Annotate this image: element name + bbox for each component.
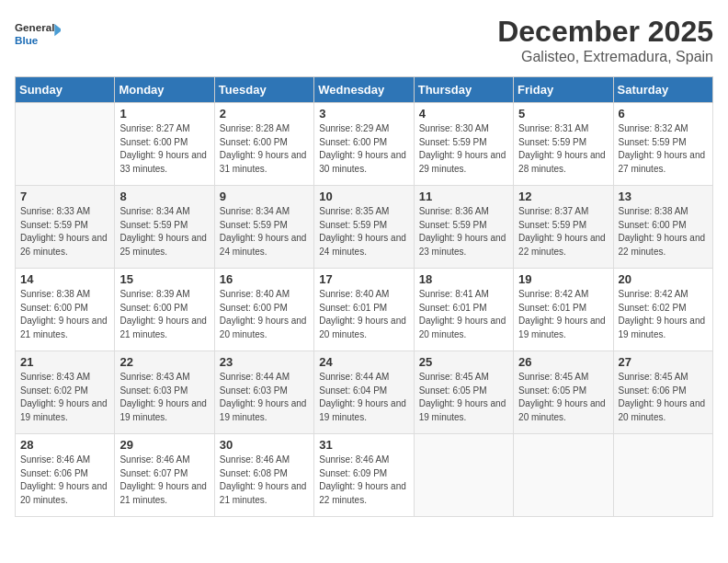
day-info: Sunrise: 8:43 AM Sunset: 6:03 PM Dayligh… — [119, 371, 209, 424]
calendar-cell: 27 Sunrise: 8:45 AM Sunset: 6:06 PM Dayl… — [613, 351, 712, 434]
day-number: 24 — [319, 355, 408, 369]
title-area: December 2025 Galisteo, Extremadura, Spa… — [497, 15, 713, 65]
day-number: 9 — [220, 190, 309, 203]
logo: General Blue — [15, 15, 61, 52]
day-info: Sunrise: 8:43 AM Sunset: 6:02 PM Dayligh… — [20, 371, 109, 424]
month-title: December 2025 — [497, 15, 713, 49]
day-number: 5 — [518, 107, 608, 121]
calendar-cell — [514, 434, 613, 517]
week-row-2: 7 Sunrise: 8:33 AM Sunset: 5:59 PM Dayli… — [16, 186, 713, 269]
day-info: Sunrise: 8:39 AM Sunset: 6:00 PM Dayligh… — [119, 288, 209, 341]
day-info: Sunrise: 8:29 AM Sunset: 6:00 PM Dayligh… — [319, 122, 408, 176]
day-number: 16 — [220, 272, 309, 286]
day-number: 20 — [619, 272, 708, 286]
weekday-header-row: SundayMondayTuesdayWednesdayThursdayFrid… — [16, 77, 713, 103]
weekday-header-friday: Friday — [514, 77, 613, 103]
day-number: 29 — [119, 438, 209, 452]
day-number: 21 — [20, 355, 109, 369]
weekday-header-tuesday: Tuesday — [214, 77, 313, 103]
day-number: 10 — [319, 190, 408, 203]
week-row-1: 1 Sunrise: 8:27 AM Sunset: 6:00 PM Dayli… — [16, 103, 713, 186]
calendar-cell: 28 Sunrise: 8:46 AM Sunset: 6:06 PM Dayl… — [16, 434, 115, 517]
calendar-cell: 12 Sunrise: 8:37 AM Sunset: 5:59 PM Dayl… — [514, 186, 613, 269]
day-info: Sunrise: 8:45 AM Sunset: 6:06 PM Dayligh… — [619, 371, 708, 424]
calendar-cell: 3 Sunrise: 8:29 AM Sunset: 6:00 PM Dayli… — [314, 103, 414, 186]
day-number: 11 — [419, 190, 508, 203]
day-info: Sunrise: 8:38 AM Sunset: 6:00 PM Dayligh… — [20, 288, 109, 341]
day-info: Sunrise: 8:42 AM Sunset: 6:01 PM Dayligh… — [518, 288, 608, 341]
svg-text:Blue: Blue — [15, 34, 39, 46]
day-number: 13 — [619, 190, 708, 203]
day-info: Sunrise: 8:32 AM Sunset: 5:59 PM Dayligh… — [619, 122, 708, 176]
calendar-cell: 20 Sunrise: 8:42 AM Sunset: 6:02 PM Dayl… — [613, 269, 712, 351]
calendar-cell: 7 Sunrise: 8:33 AM Sunset: 5:59 PM Dayli… — [16, 186, 115, 269]
calendar-cell: 21 Sunrise: 8:43 AM Sunset: 6:02 PM Dayl… — [16, 351, 115, 434]
week-row-5: 28 Sunrise: 8:46 AM Sunset: 6:06 PM Dayl… — [16, 434, 713, 517]
calendar-cell: 6 Sunrise: 8:32 AM Sunset: 5:59 PM Dayli… — [613, 103, 712, 186]
calendar-cell: 25 Sunrise: 8:45 AM Sunset: 6:05 PM Dayl… — [414, 351, 513, 434]
day-info: Sunrise: 8:44 AM Sunset: 6:04 PM Dayligh… — [319, 371, 408, 424]
calendar-cell: 16 Sunrise: 8:40 AM Sunset: 6:00 PM Dayl… — [214, 269, 313, 351]
day-info: Sunrise: 8:34 AM Sunset: 5:59 PM Dayligh… — [220, 205, 309, 259]
weekday-header-saturday: Saturday — [613, 77, 712, 103]
weekday-header-thursday: Thursday — [414, 77, 513, 103]
weekday-header-sunday: Sunday — [16, 77, 115, 103]
calendar-cell — [16, 103, 115, 186]
day-info: Sunrise: 8:36 AM Sunset: 5:59 PM Dayligh… — [419, 205, 508, 259]
calendar-cell: 18 Sunrise: 8:41 AM Sunset: 6:01 PM Dayl… — [414, 269, 513, 351]
calendar-cell: 5 Sunrise: 8:31 AM Sunset: 5:59 PM Dayli… — [514, 103, 613, 186]
day-number: 28 — [20, 438, 109, 452]
day-info: Sunrise: 8:35 AM Sunset: 5:59 PM Dayligh… — [319, 205, 408, 259]
day-info: Sunrise: 8:46 AM Sunset: 6:07 PM Dayligh… — [119, 454, 209, 507]
day-info: Sunrise: 8:46 AM Sunset: 6:09 PM Dayligh… — [319, 454, 408, 507]
day-info: Sunrise: 8:46 AM Sunset: 6:06 PM Dayligh… — [20, 454, 109, 507]
calendar-cell: 2 Sunrise: 8:28 AM Sunset: 6:00 PM Dayli… — [214, 103, 313, 186]
calendar-cell: 26 Sunrise: 8:45 AM Sunset: 6:05 PM Dayl… — [514, 351, 613, 434]
day-number: 26 — [518, 355, 608, 369]
calendar-cell: 17 Sunrise: 8:40 AM Sunset: 6:01 PM Dayl… — [314, 269, 414, 351]
logo-svg: General Blue — [15, 15, 61, 52]
calendar-cell — [613, 434, 712, 517]
day-info: Sunrise: 8:37 AM Sunset: 5:59 PM Dayligh… — [518, 205, 608, 259]
day-info: Sunrise: 8:45 AM Sunset: 6:05 PM Dayligh… — [419, 371, 508, 424]
day-number: 2 — [220, 107, 309, 121]
day-info: Sunrise: 8:27 AM Sunset: 6:00 PM Dayligh… — [119, 122, 209, 176]
week-row-3: 14 Sunrise: 8:38 AM Sunset: 6:00 PM Dayl… — [16, 269, 713, 351]
day-info: Sunrise: 8:41 AM Sunset: 6:01 PM Dayligh… — [419, 288, 508, 341]
calendar-cell: 22 Sunrise: 8:43 AM Sunset: 6:03 PM Dayl… — [115, 351, 214, 434]
day-number: 30 — [220, 438, 309, 452]
calendar-cell: 23 Sunrise: 8:44 AM Sunset: 6:03 PM Dayl… — [214, 351, 313, 434]
calendar-cell: 11 Sunrise: 8:36 AM Sunset: 5:59 PM Dayl… — [414, 186, 513, 269]
day-info: Sunrise: 8:28 AM Sunset: 6:00 PM Dayligh… — [220, 122, 309, 176]
svg-marker-2 — [54, 24, 61, 36]
day-number: 17 — [319, 272, 408, 286]
day-number: 7 — [20, 190, 109, 203]
calendar-cell: 10 Sunrise: 8:35 AM Sunset: 5:59 PM Dayl… — [314, 186, 414, 269]
day-number: 23 — [220, 355, 309, 369]
day-info: Sunrise: 8:33 AM Sunset: 5:59 PM Dayligh… — [20, 205, 109, 259]
day-number: 18 — [419, 272, 508, 286]
calendar-table: SundayMondayTuesdayWednesdayThursdayFrid… — [15, 76, 713, 517]
day-info: Sunrise: 8:38 AM Sunset: 6:00 PM Dayligh… — [619, 205, 708, 259]
day-number: 8 — [119, 190, 209, 203]
calendar-cell: 14 Sunrise: 8:38 AM Sunset: 6:00 PM Dayl… — [16, 269, 115, 351]
day-number: 14 — [20, 272, 109, 286]
day-info: Sunrise: 8:34 AM Sunset: 5:59 PM Dayligh… — [119, 205, 209, 259]
day-number: 1 — [119, 107, 209, 121]
calendar-cell: 13 Sunrise: 8:38 AM Sunset: 6:00 PM Dayl… — [613, 186, 712, 269]
day-number: 4 — [419, 107, 508, 121]
calendar-cell: 31 Sunrise: 8:46 AM Sunset: 6:09 PM Dayl… — [314, 434, 414, 517]
day-number: 15 — [119, 272, 209, 286]
calendar-cell: 1 Sunrise: 8:27 AM Sunset: 6:00 PM Dayli… — [115, 103, 214, 186]
day-number: 6 — [619, 107, 708, 121]
day-number: 19 — [518, 272, 608, 286]
day-info: Sunrise: 8:40 AM Sunset: 6:01 PM Dayligh… — [319, 288, 408, 341]
day-info: Sunrise: 8:44 AM Sunset: 6:03 PM Dayligh… — [220, 371, 309, 424]
calendar-cell: 8 Sunrise: 8:34 AM Sunset: 5:59 PM Dayli… — [115, 186, 214, 269]
calendar-cell: 4 Sunrise: 8:30 AM Sunset: 5:59 PM Dayli… — [414, 103, 513, 186]
day-number: 27 — [619, 355, 708, 369]
day-number: 25 — [419, 355, 508, 369]
calendar-cell: 24 Sunrise: 8:44 AM Sunset: 6:04 PM Dayl… — [314, 351, 414, 434]
calendar-cell: 19 Sunrise: 8:42 AM Sunset: 6:01 PM Dayl… — [514, 269, 613, 351]
calendar-cell: 15 Sunrise: 8:39 AM Sunset: 6:00 PM Dayl… — [115, 269, 214, 351]
